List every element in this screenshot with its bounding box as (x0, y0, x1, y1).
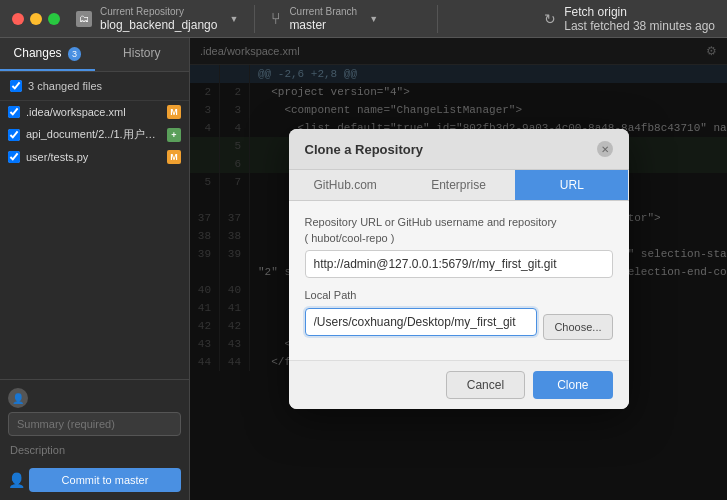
repo-label: Current Repository (100, 6, 217, 18)
commit-controls: 👤 Commit to master (8, 468, 181, 492)
file-item-tests[interactable]: user/tests.py M (0, 146, 189, 168)
tab-github[interactable]: GitHub.com (289, 170, 402, 200)
local-path-row: Choose... (305, 308, 613, 346)
avatar: 👤 (8, 388, 28, 408)
tab-changes[interactable]: Changes 3 (0, 38, 95, 71)
fetch-sublabel: Last fetched 38 minutes ago (564, 19, 715, 33)
clone-button[interactable]: Clone (533, 371, 612, 399)
file-checkbox-1[interactable] (8, 106, 20, 118)
modal-footer: Cancel Clone (289, 360, 629, 409)
changed-files-label: 3 changed files (28, 80, 102, 92)
local-path-label: Local Path (305, 288, 613, 303)
cancel-button[interactable]: Cancel (446, 371, 525, 399)
minimize-button[interactable] (30, 13, 42, 25)
filename-1: .idea/workspace.xml (26, 106, 161, 118)
branch-section[interactable]: ⑂ Current Branch master ▼ (271, 6, 421, 32)
sidebar-bottom: 👤 Description 👤 Commit to master (0, 379, 189, 500)
select-all-checkbox[interactable] (10, 80, 22, 92)
description-label: Description (8, 440, 181, 460)
clone-modal: Clone a Repository ✕ GitHub.com Enterpri… (289, 129, 629, 408)
repo-dropdown-arrow: ▼ (229, 14, 238, 24)
file-checkbox-3[interactable] (8, 151, 20, 163)
local-path-input[interactable] (305, 308, 538, 336)
close-button[interactable] (12, 13, 24, 25)
file-badge-3: M (167, 150, 181, 164)
maximize-button[interactable] (48, 13, 60, 25)
fetch-label: Fetch origin (564, 5, 715, 19)
traffic-lights (12, 13, 60, 25)
branch-label: Current Branch (289, 6, 357, 18)
modal-overlay: Clone a Repository ✕ GitHub.com Enterpri… (190, 38, 727, 500)
separator-2 (437, 5, 438, 33)
file-checkbox-2[interactable] (8, 129, 20, 141)
branch-value: master (289, 18, 357, 32)
changes-badge: 3 (68, 47, 81, 61)
file-badge-2: + (167, 128, 181, 142)
modal-title: Clone a Repository (305, 142, 423, 157)
main-layout: Changes 3 History 3 changed files .idea/… (0, 38, 727, 500)
changed-files-header: 3 changed files (0, 72, 189, 101)
choose-button[interactable]: Choose... (543, 314, 612, 340)
person-icon: 👤 (8, 472, 25, 488)
repo-value: blog_backend_django (100, 18, 217, 32)
modal-close-button[interactable]: ✕ (597, 141, 613, 157)
repo-section[interactable]: 🗂 Current Repository blog_backend_django… (76, 6, 238, 32)
file-item-workspace[interactable]: .idea/workspace.xml M (0, 101, 189, 123)
file-badge-1: M (167, 105, 181, 119)
modal-header: Clone a Repository ✕ (289, 129, 629, 170)
branch-dropdown-arrow: ▼ (369, 14, 378, 24)
commit-button[interactable]: Commit to master (29, 468, 181, 492)
file-item-api[interactable]: api_document/2../1.用户登录.md + (0, 123, 189, 146)
fetch-section[interactable]: ↻ Fetch origin Last fetched 38 minutes a… (544, 5, 715, 33)
content-area: .idea/workspace.xml ⚙ @@ -2,6 +2,8 @@ 2 … (190, 38, 727, 500)
sidebar-tabs: Changes 3 History (0, 38, 189, 72)
file-list: .idea/workspace.xml M api_document/2../1… (0, 101, 189, 379)
tab-url[interactable]: URL (515, 170, 628, 200)
modal-tabs: GitHub.com Enterprise URL (289, 170, 629, 201)
repo-url-input[interactable] (305, 250, 613, 278)
branch-icon: ⑂ (271, 10, 281, 28)
sidebar: Changes 3 History 3 changed files .idea/… (0, 38, 190, 500)
modal-body: Repository URL or GitHub username and re… (289, 201, 629, 359)
repo-url-label: Repository URL or GitHub username and re… (305, 215, 613, 246)
filename-2: api_document/2../1.用户登录.md (26, 127, 161, 142)
tab-history[interactable]: History (95, 38, 190, 71)
repo-icon: 🗂 (76, 11, 92, 27)
separator-1 (254, 5, 255, 33)
summary-input[interactable] (8, 412, 181, 436)
filename-3: user/tests.py (26, 151, 161, 163)
tab-enterprise[interactable]: Enterprise (402, 170, 515, 200)
fetch-icon: ↻ (544, 11, 556, 27)
title-bar: 🗂 Current Repository blog_backend_django… (0, 0, 727, 38)
